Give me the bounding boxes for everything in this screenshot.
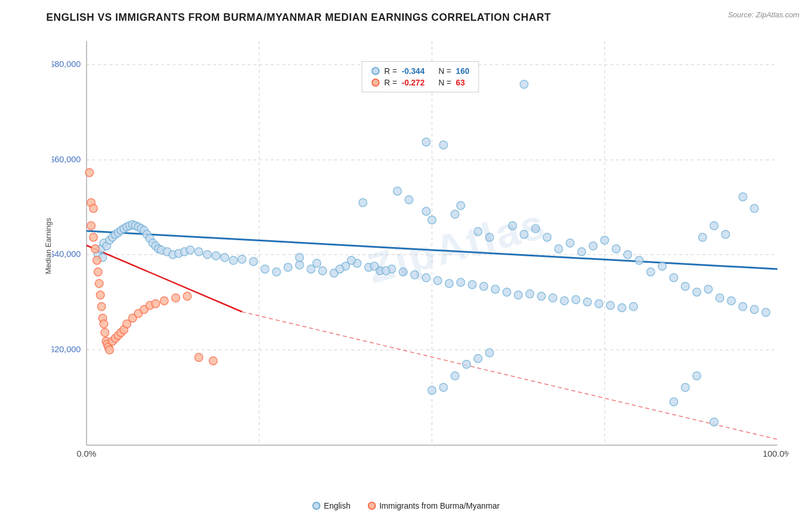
svg-point-104 xyxy=(601,236,609,244)
svg-point-140 xyxy=(93,256,101,264)
svg-point-109 xyxy=(658,262,666,270)
svg-point-137 xyxy=(87,222,95,230)
svg-point-107 xyxy=(635,256,643,264)
svg-point-157 xyxy=(85,169,94,177)
svg-point-134 xyxy=(693,372,701,380)
svg-point-66 xyxy=(399,268,407,276)
svg-point-76 xyxy=(514,291,522,299)
svg-point-133 xyxy=(681,383,690,391)
svg-point-101 xyxy=(566,239,574,247)
legend-r-value-blue: -0.344 xyxy=(401,66,424,76)
svg-point-84 xyxy=(606,301,614,309)
svg-point-167 xyxy=(172,294,180,302)
svg-point-85 xyxy=(618,304,626,312)
svg-point-98 xyxy=(531,225,539,233)
svg-point-117 xyxy=(750,305,758,314)
svg-point-50 xyxy=(221,253,229,262)
svg-point-169 xyxy=(195,353,203,361)
svg-point-106 xyxy=(624,251,632,259)
svg-point-72 xyxy=(468,281,476,289)
svg-point-171 xyxy=(296,253,304,262)
svg-point-80 xyxy=(560,297,568,305)
svg-point-102 xyxy=(578,248,586,256)
svg-point-103 xyxy=(589,242,597,250)
svg-point-67 xyxy=(411,271,419,279)
svg-point-81 xyxy=(572,296,580,304)
svg-point-142 xyxy=(95,279,103,288)
svg-point-144 xyxy=(98,303,106,311)
svg-point-52 xyxy=(238,255,246,263)
svg-point-49 xyxy=(212,252,220,260)
chart-title: ENGLISH VS IMMIGRANTS FROM BURMA/MYANMAR… xyxy=(46,12,800,24)
svg-point-70 xyxy=(445,279,453,288)
svg-point-82 xyxy=(583,298,591,306)
svg-point-53 xyxy=(249,258,258,266)
chart-area: Median Earnings R = -0.344 N = 160 R = -… xyxy=(52,29,789,462)
svg-point-95 xyxy=(486,233,494,241)
svg-point-96 xyxy=(509,222,517,230)
svg-point-173 xyxy=(336,265,344,273)
svg-point-118 xyxy=(762,308,770,316)
svg-point-128 xyxy=(439,383,448,391)
legend-dot-pink xyxy=(371,79,379,87)
svg-point-75 xyxy=(503,288,511,296)
svg-point-90 xyxy=(422,207,430,215)
svg-point-123 xyxy=(422,138,430,146)
svg-point-86 xyxy=(630,303,638,311)
bottom-legend-burma-label: Immigrants from Burma/Myanmar xyxy=(379,501,500,510)
legend-n-label-pink: N = xyxy=(438,78,451,87)
svg-point-138 xyxy=(90,233,98,241)
legend-row-pink: R = -0.272 N = 63 xyxy=(371,78,469,87)
svg-point-56 xyxy=(284,263,292,271)
svg-point-165 xyxy=(151,300,159,308)
legend-dot-blue xyxy=(371,67,379,75)
legend-r-value-pink: -0.272 xyxy=(401,78,424,87)
svg-point-100 xyxy=(554,245,563,253)
legend-row-blue: R = -0.344 N = 160 xyxy=(371,66,469,76)
svg-point-79 xyxy=(549,294,557,302)
svg-point-176 xyxy=(382,267,390,275)
svg-point-83 xyxy=(595,300,603,308)
scatter-chart: $20,000 $40,000 $60,000 $80,000 0.0% 100… xyxy=(52,29,789,462)
svg-point-174 xyxy=(347,256,355,264)
svg-text:100.0%: 100.0% xyxy=(763,449,789,458)
legend-r-label-blue: R = xyxy=(384,66,397,76)
svg-point-159 xyxy=(90,204,98,212)
svg-point-147 xyxy=(101,329,109,337)
legend-n-value-blue: 160 xyxy=(456,66,469,76)
svg-point-47 xyxy=(195,248,203,256)
svg-point-54 xyxy=(261,265,269,273)
svg-point-87 xyxy=(359,199,367,207)
svg-point-131 xyxy=(474,354,482,363)
svg-point-108 xyxy=(647,268,655,276)
svg-point-99 xyxy=(543,233,551,241)
svg-point-132 xyxy=(486,349,494,357)
svg-point-175 xyxy=(370,262,378,270)
legend-box: R = -0.344 N = 160 R = -0.272 N = 63 xyxy=(362,61,479,92)
svg-point-105 xyxy=(612,245,620,253)
svg-point-57 xyxy=(296,261,304,269)
svg-point-93 xyxy=(457,201,465,210)
svg-point-170 xyxy=(209,357,217,365)
svg-point-115 xyxy=(727,297,735,305)
svg-point-51 xyxy=(229,256,237,264)
svg-point-89 xyxy=(405,196,413,204)
bottom-legend-english-label: English xyxy=(324,501,351,510)
bottom-legend: English Immigrants from Burma/Myanmar xyxy=(312,501,500,510)
svg-point-127 xyxy=(428,386,436,394)
svg-point-94 xyxy=(474,227,482,236)
svg-point-55 xyxy=(273,268,281,276)
svg-point-119 xyxy=(698,233,706,241)
chart-container: ENGLISH VS IMMIGRANTS FROM BURMA/MYANMAR… xyxy=(0,0,812,515)
svg-point-166 xyxy=(160,297,168,305)
svg-point-130 xyxy=(463,360,471,368)
svg-point-91 xyxy=(428,216,436,224)
svg-point-74 xyxy=(491,285,500,293)
legend-n-label-blue: N = xyxy=(438,66,451,76)
svg-text:$60,000: $60,000 xyxy=(52,154,81,164)
svg-point-126 xyxy=(750,204,758,212)
svg-point-121 xyxy=(721,230,729,238)
svg-point-136 xyxy=(710,418,718,426)
svg-point-120 xyxy=(710,222,718,230)
svg-text:$40,000: $40,000 xyxy=(52,249,81,259)
